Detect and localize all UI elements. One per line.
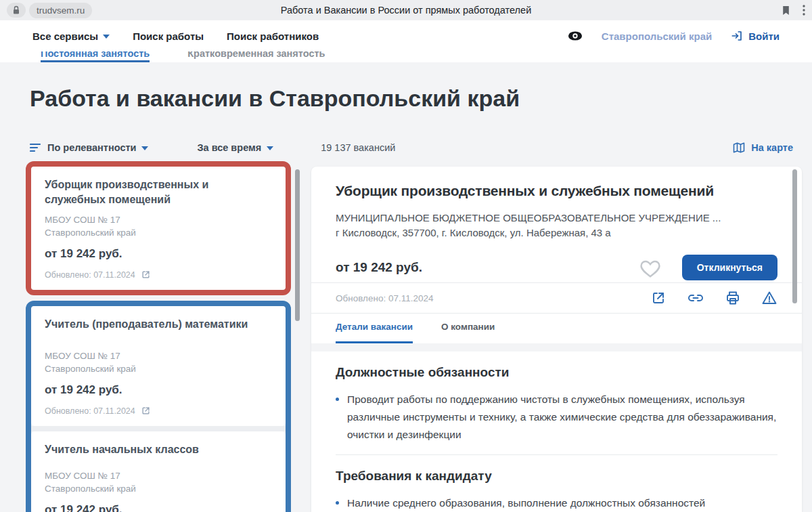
vacancy-title[interactable]: Уборщик производственных и служебных пом… bbox=[45, 177, 272, 207]
site-nav: Все сервисы Поиск работы Поиск работнико… bbox=[0, 20, 812, 51]
browser-tab-title: Работа и Вакансии в России от прямых раб… bbox=[0, 5, 812, 16]
bullet-icon bbox=[336, 398, 339, 401]
card-separator bbox=[31, 426, 286, 431]
kebab-menu-icon[interactable] bbox=[803, 5, 805, 16]
detail-employer: МУНИЦИПАЛЬНОЕ БЮДЖЕТНОЕ ОБЩЕОБРАЗОВАТЕЛЬ… bbox=[336, 211, 777, 224]
external-link-icon[interactable] bbox=[141, 406, 151, 416]
period-label: За все время bbox=[197, 142, 261, 153]
login-button[interactable]: Войти bbox=[731, 30, 780, 42]
vacancy-detail-panel: Уборщик производственных и служебных пом… bbox=[311, 167, 802, 512]
vacancy-title[interactable]: Учитель начальных классов bbox=[45, 442, 272, 457]
vacancy-company: МБОУ СОШ № 17 bbox=[45, 213, 272, 226]
detail-title: Уборщик производственных и служебных пом… bbox=[336, 182, 777, 200]
bookmark-icon[interactable] bbox=[782, 5, 790, 16]
bullet-icon bbox=[336, 501, 339, 505]
external-link-icon[interactable] bbox=[141, 270, 151, 280]
url-text: trudvsem.ru bbox=[37, 5, 85, 16]
url-chip[interactable]: trudvsem.ru bbox=[29, 3, 92, 18]
favorite-heart-icon[interactable] bbox=[639, 257, 662, 278]
requirements-section: Требования к кандидату Наличие среднего … bbox=[311, 455, 802, 512]
vacancy-region: Ставропольский край bbox=[45, 362, 272, 375]
map-view-button[interactable]: На карте bbox=[732, 141, 793, 154]
nav-all-services-label: Все сервисы bbox=[32, 30, 98, 42]
nav-employee-search-label: Поиск работников bbox=[227, 30, 319, 42]
tab-short-term-employment[interactable]: Кратковременная занятость bbox=[187, 51, 325, 62]
region-selector[interactable]: Ставропольский край bbox=[602, 30, 712, 42]
login-label: Войти bbox=[748, 30, 780, 42]
vacancy-updated: Обновлено: 07.11.2024 bbox=[45, 269, 272, 280]
detail-tabs: Детали вакансии О компании bbox=[311, 314, 802, 343]
list-item: Наличие среднего образования, выполнение… bbox=[336, 494, 777, 512]
chevron-down-icon bbox=[267, 146, 273, 150]
site-security-chip[interactable] bbox=[7, 3, 26, 18]
section-gap bbox=[311, 343, 802, 351]
apply-button[interactable]: Откликнуться bbox=[682, 255, 777, 280]
map-label: На карте bbox=[751, 142, 793, 153]
vacancy-company: МБОУ СОШ № 17 bbox=[45, 349, 272, 362]
tab-permanent-employment[interactable]: Постоянная занятость bbox=[41, 51, 150, 62]
list-scrollbar[interactable] bbox=[295, 169, 300, 321]
vacancy-title[interactable]: Учитель (преподаватель) математики bbox=[45, 317, 272, 332]
chevron-down-icon bbox=[103, 35, 110, 39]
nav-job-search[interactable]: Поиск работы bbox=[133, 30, 204, 42]
vacancy-count: 19 137 вакансий bbox=[321, 142, 395, 153]
main-content: Работа и вакансии в Ставропольский край … bbox=[0, 62, 812, 512]
map-icon bbox=[732, 141, 746, 154]
tab-about-company[interactable]: О компании bbox=[441, 322, 495, 343]
vacancy-list: Уборщик производственных и служебных пом… bbox=[26, 161, 291, 512]
page-title: Работа и вакансии в Ставропольский край bbox=[30, 83, 520, 114]
annotation-box-red: Уборщик производственных и служебных пом… bbox=[26, 161, 291, 295]
vacancy-region: Ставропольский край bbox=[45, 482, 272, 495]
nav-all-services[interactable]: Все сервисы bbox=[32, 30, 110, 42]
accessibility-eye-icon[interactable] bbox=[568, 30, 583, 41]
annotation-box-blue: Учитель (преподаватель) математики МБОУ … bbox=[26, 301, 291, 512]
period-dropdown[interactable]: За все время bbox=[197, 142, 273, 153]
filter-row: По релевантности За все время 19 137 вак… bbox=[30, 141, 793, 154]
sort-dropdown[interactable]: По релевантности bbox=[30, 142, 148, 153]
sort-label: По релевантности bbox=[47, 142, 136, 153]
nav-job-search-label: Поиск работы bbox=[133, 30, 204, 42]
tab-vacancy-details[interactable]: Детали вакансии bbox=[336, 322, 413, 343]
open-external-icon[interactable] bbox=[650, 290, 667, 306]
detail-salary: от 19 242 руб. bbox=[336, 260, 422, 275]
nav-employee-search[interactable]: Поиск работников bbox=[227, 30, 319, 42]
sort-icon bbox=[30, 142, 42, 153]
detail-updated: Обновлено: 07.11.2024 bbox=[336, 293, 433, 303]
section-heading: Требования к кандидату bbox=[336, 467, 777, 485]
chevron-down-icon bbox=[141, 146, 148, 150]
vacancy-salary: от 19 242 руб. bbox=[45, 246, 272, 262]
print-icon[interactable] bbox=[725, 290, 741, 306]
employment-tabs: Постоянная занятость Кратковременная зан… bbox=[0, 51, 812, 62]
vacancy-card[interactable]: Учитель (преподаватель) математики МБОУ … bbox=[31, 306, 286, 426]
vacancy-updated: Обновлено: 07.11.2024 bbox=[45, 405, 272, 417]
panel-scrollbar[interactable] bbox=[792, 169, 797, 303]
list-item: Проводит работы по поддержанию чистоты в… bbox=[336, 391, 777, 444]
detail-address: г Кисловодск, 357700, г. Кисловодск, ул.… bbox=[336, 226, 777, 239]
browser-bar: trudvsem.ru Работа и Вакансии в России о… bbox=[0, 0, 812, 20]
report-warning-icon[interactable] bbox=[761, 290, 777, 306]
vacancy-company: МБОУ СОШ № 17 bbox=[45, 469, 272, 482]
copy-link-icon[interactable] bbox=[687, 290, 704, 306]
lock-icon bbox=[12, 5, 20, 15]
section-heading: Должностные обязанности bbox=[336, 364, 777, 381]
vacancy-card[interactable]: Уборщик производственных и служебных пом… bbox=[31, 167, 286, 290]
vacancy-salary: от 19 242 руб. bbox=[45, 382, 272, 398]
vacancy-salary: от 19 242 руб. bbox=[45, 502, 272, 512]
vacancy-region: Ставропольский край bbox=[45, 226, 272, 239]
duties-section: Должностные обязанности Проводит работы … bbox=[311, 351, 802, 444]
vacancy-card[interactable]: Учитель начальных классов МБОУ СОШ № 17 … bbox=[31, 431, 286, 512]
login-icon bbox=[731, 30, 743, 42]
